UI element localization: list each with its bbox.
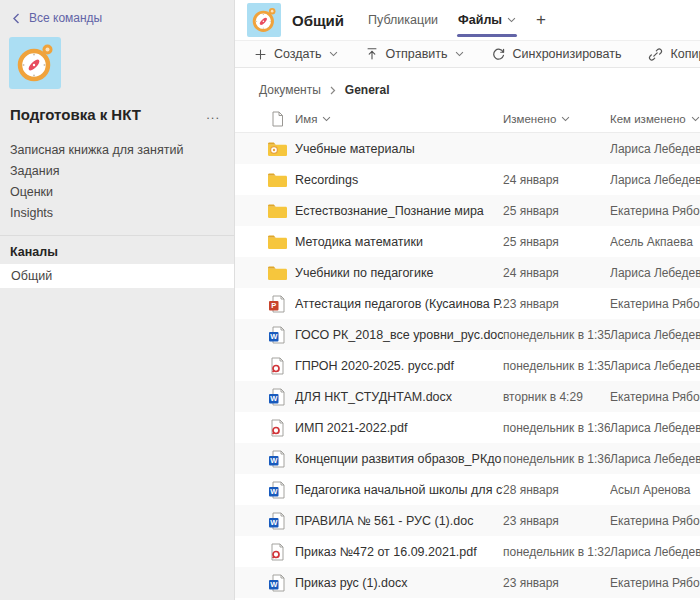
file-name[interactable]: ГПРОН 2020-2025. русс.pdf [295, 359, 503, 373]
channel-title: Общий [292, 12, 344, 29]
word-file-icon: W [268, 512, 286, 530]
file-name[interactable]: Приказ №472 от 16.09.2021.pdf [295, 545, 503, 559]
table-row[interactable]: P Аттестация педагогов (Кусаинова Р.Т., … [235, 288, 700, 319]
file-name[interactable]: Приказ рус (1).docx [295, 576, 503, 590]
channels-header: Каналы [0, 236, 234, 264]
breadcrumb-chevron-icon [330, 86, 336, 95]
file-type-cell: P [259, 295, 295, 313]
breadcrumb-root-link[interactable]: Документы [259, 83, 321, 97]
file-type-cell: W [259, 481, 295, 499]
file-name[interactable]: Учебники по педагогике [295, 266, 503, 280]
toolbar-button[interactable]: Копировать ссылку [648, 47, 700, 62]
breadcrumb-current-folder[interactable]: General [345, 83, 390, 97]
plus-icon [254, 48, 267, 61]
add-tab-button[interactable]: + [526, 10, 556, 30]
toolbar-button[interactable]: Отправить [365, 47, 464, 61]
file-modified-by: Екатерина Рябова [610, 297, 700, 311]
file-modified-date: понедельник в 1:36 [503, 452, 610, 466]
file-modified-by: Лариса Лебедева [610, 452, 700, 466]
table-row[interactable]: ГПРОН 2020-2025. русс.pdf понедельник в … [235, 350, 700, 381]
svg-text:W: W [270, 580, 278, 589]
table-row[interactable]: W Концепции развития образов_РКдо 2025 .… [235, 443, 700, 474]
file-modified-by: Екатерина Рябова [610, 390, 700, 404]
table-row[interactable]: ИМП 2021-2022.pdf понедельник в 1:36 Лар… [235, 412, 700, 443]
file-name[interactable]: ГОСО РК_2018_все уровни_рус.doc [295, 328, 503, 342]
file-name[interactable]: ДЛЯ НКТ_СТУДНТАМ.docx [295, 390, 503, 404]
svg-text:W: W [270, 487, 278, 496]
table-row[interactable]: Recordings 24 января Лариса Лебедева [235, 164, 700, 195]
column-header[interactable]: Имя [295, 113, 503, 125]
file-type-cell [259, 357, 295, 375]
column-header[interactable]: Кем изменено [610, 113, 700, 125]
tab-inactive[interactable]: Публикации [358, 0, 448, 40]
file-name[interactable]: Recordings [295, 173, 503, 187]
table-row[interactable]: Естествознание_Познание мира 25 января Е… [235, 195, 700, 226]
chevron-down-icon [455, 51, 464, 57]
file-name[interactable]: Аттестация педагогов (Кусаинова Р.Т., де… [295, 297, 503, 311]
file-name[interactable]: ПРАВИЛА № 561 - РУС (1).doc [295, 514, 503, 528]
file-modified-date: понедельник в 1:36 [503, 421, 610, 435]
sidebar-item[interactable]: Insights [0, 203, 234, 224]
file-modified-date: 23 января [503, 297, 610, 311]
file-modified-date: 23 января [503, 576, 610, 590]
toolbar-button-label: Копировать ссылку [670, 47, 700, 61]
table-row[interactable]: Учебные материалы Лариса Лебедева [235, 133, 700, 164]
team-title-row: Подготовка к НКТ ... [0, 89, 234, 123]
table-row[interactable]: Учебники по педагогике 24 января Лариса … [235, 257, 700, 288]
pdf-file-icon [268, 419, 286, 437]
back-link-label: Все команды [29, 11, 102, 25]
word-file-icon: W [268, 574, 286, 592]
pdf-file-icon [268, 357, 286, 375]
tab-active[interactable]: Файлы [448, 0, 526, 40]
column-header[interactable]: Изменено [503, 113, 610, 125]
file-type-column-header[interactable] [259, 111, 295, 127]
toolbar-button[interactable]: Синхронизировать [491, 47, 622, 62]
table-row[interactable]: W Педагогика начальной школы для студен.… [235, 474, 700, 505]
file-type-cell: W [259, 450, 295, 468]
channel-main-pane: Общий ПубликацииФайлы + СоздатьОтправить… [235, 0, 700, 600]
team-more-icon[interactable]: ... [206, 110, 220, 120]
file-name[interactable]: ИМП 2021-2022.pdf [295, 421, 503, 435]
folder-icon [267, 265, 287, 281]
file-name[interactable]: Методика математики [295, 235, 503, 249]
file-name[interactable]: Педагогика начальной школы для студен... [295, 483, 503, 497]
sidebar-item[interactable]: Задания [0, 161, 234, 182]
file-type-cell [259, 141, 295, 157]
file-name[interactable]: Концепции развития образов_РКдо 2025 ... [295, 452, 503, 466]
table-row[interactable]: Приказ №472 от 16.09.2021.pdf понедельни… [235, 536, 700, 567]
table-row[interactable]: W ПРАВИЛА № 561 - РУС (1).doc 23 января … [235, 505, 700, 536]
channel-list: Общий [0, 264, 234, 288]
breadcrumb: Документы General [235, 68, 700, 106]
teams-window: Все команды Подготовка к НКТ ... Записна… [0, 0, 700, 600]
chevron-down-icon [322, 116, 331, 122]
svg-text:W: W [270, 518, 278, 527]
file-modified-date: 23 января [503, 514, 610, 528]
sidebar-item[interactable]: Оценки [0, 182, 234, 203]
channel-item[interactable]: Общий [0, 264, 234, 288]
file-modified-date: понедельник в 1:35 [503, 359, 610, 373]
tab-label: Публикации [368, 13, 438, 27]
files-toolbar: СоздатьОтправитьСинхронизироватьКопирова… [235, 40, 700, 68]
back-to-all-teams-link[interactable]: Все команды [0, 0, 234, 29]
file-type-cell [259, 543, 295, 561]
file-name[interactable]: Естествознание_Познание мира [295, 204, 503, 218]
svg-text:P: P [271, 301, 276, 310]
table-row[interactable]: W Приказ рус (1).docx 23 января Екатерин… [235, 567, 700, 598]
file-modified-by: Лариса Лебедева [610, 328, 700, 342]
file-type-cell: W [259, 326, 295, 344]
file-modified-date: вторник в 4:29 [503, 390, 610, 404]
table-row[interactable]: Методика математики 25 января Асель Акпа… [235, 226, 700, 257]
file-type-cell [259, 234, 295, 250]
table-row[interactable]: W ГОСО РК_2018_все уровни_рус.doc понеде… [235, 319, 700, 350]
file-modified-by: Лариса Лебедева [610, 545, 700, 559]
file-name[interactable]: Учебные материалы [295, 142, 503, 156]
pdf-file-icon [268, 543, 286, 561]
toolbar-button[interactable]: Создать [254, 47, 338, 61]
sidebar-item[interactable]: Записная книжка для занятий [0, 140, 234, 161]
team-menu: Записная книжка для занятийЗаданияОценки… [0, 140, 234, 224]
file-modified-by: Лариса Лебедева [610, 142, 700, 156]
svg-text:W: W [270, 456, 278, 465]
table-row[interactable]: W ДЛЯ НКТ_СТУДНТАМ.docx вторник в 4:29 Е… [235, 381, 700, 412]
chevron-left-icon [12, 13, 20, 24]
files-table-header: ИмяИзмененоКем изменено [235, 106, 700, 133]
